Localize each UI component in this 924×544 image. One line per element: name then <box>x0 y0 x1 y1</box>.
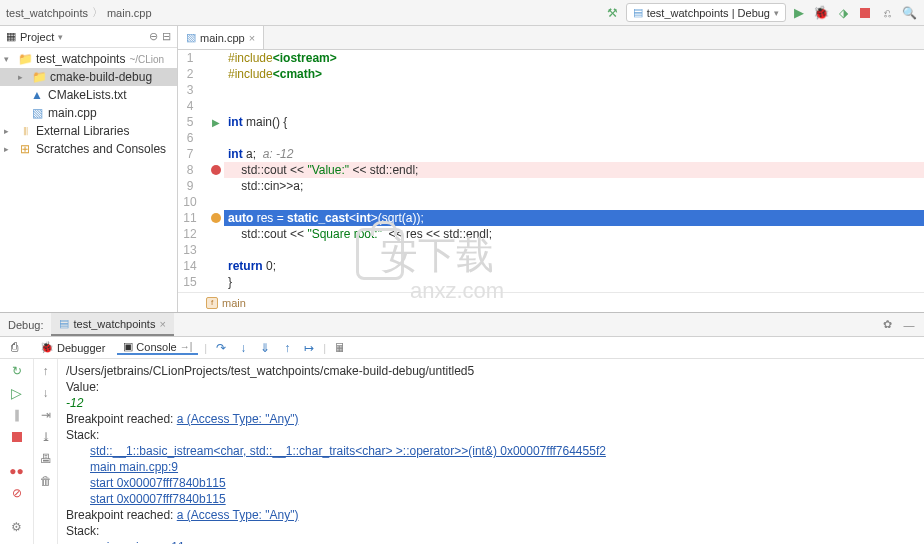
chevron-right-icon: ▸ <box>4 126 14 136</box>
code-line[interactable]: #include <cmath> <box>224 66 924 82</box>
soft-wrap-icon[interactable]: ⇥ <box>38 407 54 423</box>
debug-panel-tabs: Debug: ▤ test_watchpoints × ✿ — <box>0 313 924 337</box>
step-out-icon[interactable]: ↑ <box>279 340 295 356</box>
code-line[interactable]: std::cout << "Square root:" << res << st… <box>224 226 924 242</box>
project-panel-title: Project <box>20 31 54 43</box>
settings-icon[interactable]: ⚙ <box>9 519 25 535</box>
stop-icon[interactable] <box>9 429 25 445</box>
stack-link[interactable]: start 0x00007fff7840b115 <box>90 492 226 506</box>
chevron-down-icon[interactable]: ▾ <box>58 32 63 42</box>
tree-item-cmakelists[interactable]: ▲ CMakeLists.txt <box>0 86 177 104</box>
threads-icon[interactable]: ⎙ <box>6 339 22 355</box>
up-icon[interactable]: ↑ <box>38 363 54 379</box>
run-gutter-icon[interactable]: ▶ <box>212 117 220 128</box>
settings-icon[interactable]: ⊖ <box>149 30 158 43</box>
close-icon[interactable]: × <box>249 32 255 44</box>
run-to-cursor-icon[interactable]: ↦ <box>301 340 317 356</box>
rerun-icon[interactable]: ↻ <box>9 363 25 379</box>
console-line: main main.cpp:9 <box>66 459 916 475</box>
console-output[interactable]: /Users/jetbrains/CLionProjects/test_watc… <box>58 359 924 544</box>
stack-link[interactable]: a (Access Type: "Any") <box>177 412 299 426</box>
code-line[interactable]: std::cin>>a; <box>224 178 924 194</box>
debugger-tab[interactable]: 🐞 Debugger <box>34 341 111 354</box>
code-line[interactable]: auto res = static_cast<int>(sqrt(a)); <box>224 210 924 226</box>
project-panel-header[interactable]: ▦ Project ▾ ⊖ ⊟ <box>0 26 177 48</box>
stack-link[interactable]: a (Access Type: "Any") <box>177 508 299 522</box>
debug-session-tab[interactable]: ▤ test_watchpoints × <box>51 313 173 336</box>
gear-icon[interactable]: ✿ <box>878 316 896 334</box>
breadcrumb-project[interactable]: test_watchpoints <box>6 7 88 19</box>
code-line[interactable] <box>224 130 924 146</box>
debug-inner-tabs: ⎙ 🐞 Debugger ▣ Console →| | ↷ ↓ ⇓ ↑ ↦ | … <box>0 337 924 359</box>
code-line[interactable] <box>224 290 924 292</box>
scratches-icon: ⊞ <box>18 142 32 156</box>
console-line: Breakpoint reached: a (Access Type: "Any… <box>66 411 916 427</box>
editor-tabs: ▧ main.cpp × <box>178 26 924 50</box>
clear-icon[interactable]: 🗑 <box>38 473 54 489</box>
stack-link[interactable]: main main.cpp:9 <box>90 460 178 474</box>
library-icon: ⫴ <box>18 124 32 138</box>
mute-breakpoints-icon[interactable]: ⊘ <box>9 485 25 501</box>
code-line[interactable] <box>224 194 924 210</box>
tree-root-path: ~/CLion <box>129 54 164 65</box>
tree-item-cmake-build-debug[interactable]: ▸ 📁 cmake-build-debug <box>0 68 177 86</box>
tree-scratches[interactable]: ▸ ⊞ Scratches and Consoles <box>0 140 177 158</box>
debug-button[interactable]: 🐞 <box>812 4 830 22</box>
run-with-coverage-button[interactable]: ⬗ <box>834 4 852 22</box>
code-line[interactable]: std::cout << "Value:" << std::endl; <box>224 162 924 178</box>
print-icon[interactable]: 🖶 <box>38 451 54 467</box>
code-line[interactable]: #include <iostream> <box>224 50 924 66</box>
function-icon: f <box>206 297 218 309</box>
console-line: -12 <box>66 395 916 411</box>
code-line[interactable]: return 0; <box>224 258 924 274</box>
code-lines[interactable]: #include <iostream>#include <cmath> int … <box>224 50 924 292</box>
code-line[interactable] <box>224 242 924 258</box>
run-config-selector[interactable]: ▤ test_watchpoints | Debug ▾ <box>626 3 786 22</box>
step-into-icon[interactable]: ↓ <box>235 340 251 356</box>
tree-item-label: main.cpp <box>48 106 97 120</box>
stack-link[interactable]: std::__1::basic_istream<char, std::__1::… <box>90 444 606 458</box>
tree-external-libraries[interactable]: ▸ ⫴ External Libraries <box>0 122 177 140</box>
marker-gutter[interactable]: ▶ <box>208 50 224 292</box>
minimize-icon[interactable]: — <box>900 316 918 334</box>
stack-link[interactable]: start 0x00007fff7840b115 <box>90 476 226 490</box>
debug-panel: Debug: ▤ test_watchpoints × ✿ — ⎙ 🐞 Debu… <box>0 312 924 544</box>
code-line[interactable] <box>224 82 924 98</box>
pause-icon[interactable]: ∥ <box>9 407 25 423</box>
pin-icon[interactable]: →| <box>180 341 193 352</box>
tree-item-main-cpp[interactable]: ▧ main.cpp <box>0 104 177 122</box>
evaluate-icon[interactable]: 🖩 <box>332 340 348 356</box>
project-tree[interactable]: ▾ 📁 test_watchpoints ~/CLion ▸ 📁 cmake-b… <box>0 48 177 160</box>
search-icon[interactable]: 🔍 <box>900 4 918 22</box>
console-tab[interactable]: ▣ Console →| <box>117 340 198 355</box>
resume-icon[interactable]: ▷ <box>9 385 25 401</box>
breadcrumb-file[interactable]: main.cpp <box>107 7 152 19</box>
build-icon[interactable]: ⚒ <box>604 4 622 22</box>
vcs-icon[interactable]: ⎌ <box>878 4 896 22</box>
stop-button[interactable] <box>856 4 874 22</box>
stack-link[interactable]: main main.cpp:11 <box>90 540 185 544</box>
breakpoint-hit-icon[interactable] <box>211 213 221 223</box>
breadcrumb[interactable]: test_watchpoints 〉 main.cpp <box>6 5 152 20</box>
code-line[interactable]: } <box>224 274 924 290</box>
editor-tab-main-cpp[interactable]: ▧ main.cpp × <box>178 26 264 49</box>
breakpoint-icon[interactable] <box>211 165 221 175</box>
view-breakpoints-icon[interactable]: ●● <box>9 463 25 479</box>
code-line[interactable] <box>224 98 924 114</box>
down-icon[interactable]: ↓ <box>38 385 54 401</box>
chevron-right-icon: ▸ <box>18 72 28 82</box>
editor-nav-crumb[interactable]: f main <box>178 292 924 312</box>
collapse-icon[interactable]: ⊟ <box>162 30 171 43</box>
code-line[interactable]: int a; a: -12 <box>224 146 924 162</box>
console-line: Stack: <box>66 427 916 443</box>
code-line[interactable]: int main() { <box>224 114 924 130</box>
force-step-into-icon[interactable]: ⇓ <box>257 340 273 356</box>
step-over-icon[interactable]: ↷ <box>213 340 229 356</box>
run-button[interactable]: ▶ <box>790 4 808 22</box>
scroll-to-end-icon[interactable]: ⤓ <box>38 429 54 445</box>
tree-root[interactable]: ▾ 📁 test_watchpoints ~/CLion <box>0 50 177 68</box>
chevron-down-icon: ▾ <box>4 54 14 64</box>
close-icon[interactable]: × <box>159 318 165 330</box>
code-editor[interactable]: 12345678910111213141516171819 ▶ #include… <box>178 50 924 292</box>
tab-label: main.cpp <box>200 32 245 44</box>
